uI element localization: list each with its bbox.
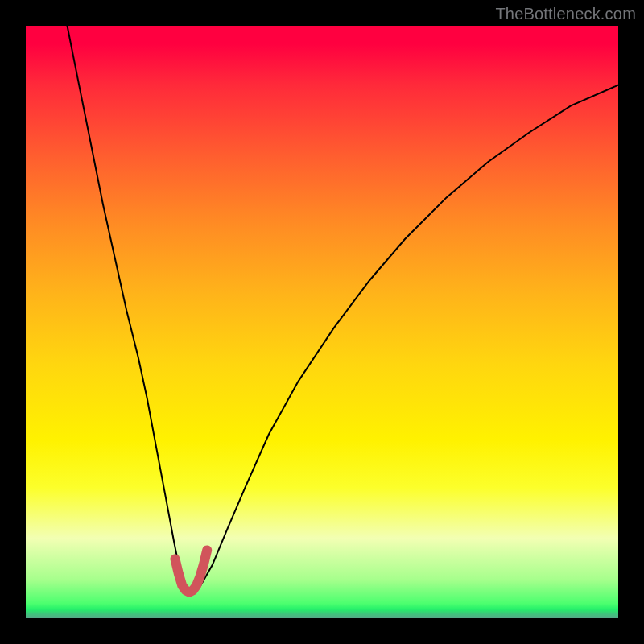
chart-frame: TheBottleneck.com [0, 0, 644, 644]
trough-highlight [175, 550, 208, 592]
plot-area [26, 26, 618, 618]
bottleneck-curve [68, 26, 619, 592]
watermark-text: TheBottleneck.com [495, 5, 636, 23]
curve-overlay [26, 26, 618, 618]
